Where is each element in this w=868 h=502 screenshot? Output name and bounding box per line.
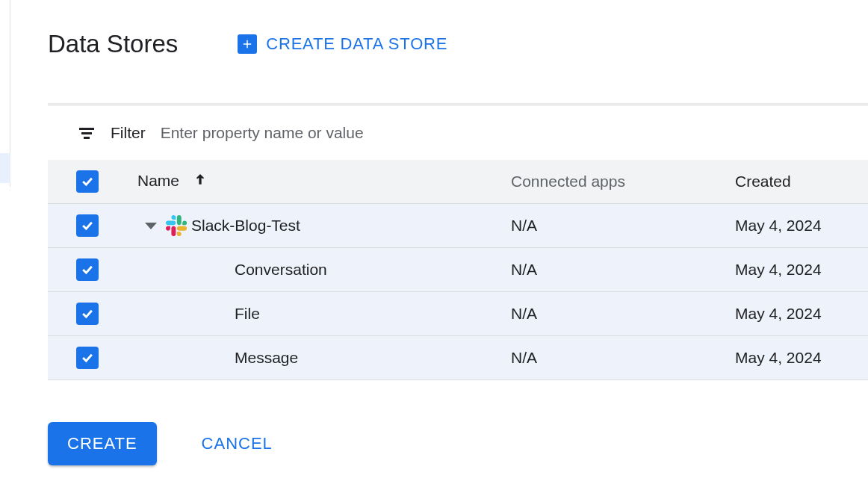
table-row[interactable]: Slack-Blog-TestN/AMay 4, 2024	[48, 204, 868, 248]
row-checkbox[interactable]	[76, 258, 99, 281]
page-header: Data Stores CREATE DATA STORE	[48, 30, 868, 58]
row-connected-apps: N/A	[511, 248, 735, 292]
filter-icon	[78, 124, 96, 142]
row-created: May 4, 2024	[735, 204, 868, 248]
column-header-connected-apps[interactable]: Connected apps	[511, 160, 735, 204]
plus-icon	[238, 34, 257, 54]
column-header-name[interactable]: Name	[137, 160, 511, 204]
row-connected-apps: N/A	[511, 204, 735, 248]
table-row[interactable]: MessageN/AMay 4, 2024	[48, 336, 868, 380]
row-name: File	[235, 305, 260, 323]
create-data-store-button[interactable]: CREATE DATA STORE	[238, 34, 447, 54]
row-created: May 4, 2024	[735, 336, 868, 380]
create-button[interactable]: CREATE	[48, 422, 157, 465]
select-all-checkbox[interactable]	[76, 170, 99, 193]
left-nav-highlight	[0, 153, 10, 183]
row-connected-apps: N/A	[511, 336, 735, 380]
row-checkbox[interactable]	[76, 347, 99, 369]
row-created: May 4, 2024	[735, 292, 868, 336]
row-created: May 4, 2024	[735, 248, 868, 292]
cancel-button[interactable]: CANCEL	[202, 434, 273, 453]
row-name: Slack-Blog-Test	[191, 217, 300, 235]
table-row[interactable]: ConversationN/AMay 4, 2024	[48, 248, 868, 292]
row-name: Message	[235, 349, 298, 367]
table-header-row: Name Connected apps Created	[48, 160, 868, 204]
expand-arrow-icon[interactable]	[145, 223, 157, 229]
divider	[48, 103, 868, 106]
page-title: Data Stores	[48, 30, 178, 58]
filter-bar: Filter	[48, 124, 868, 160]
slack-icon	[166, 215, 187, 236]
row-checkbox[interactable]	[76, 303, 99, 325]
filter-input[interactable]	[161, 124, 459, 142]
data-stores-table: Name Connected apps Created Slack-Blog-T…	[48, 160, 868, 380]
column-header-created[interactable]: Created	[735, 160, 868, 204]
row-checkbox[interactable]	[76, 214, 99, 237]
filter-label: Filter	[111, 124, 146, 142]
footer-actions: CREATE CANCEL	[48, 422, 868, 465]
row-connected-apps: N/A	[511, 292, 735, 336]
sort-arrow-up-icon	[193, 172, 208, 191]
table-row[interactable]: FileN/AMay 4, 2024	[48, 292, 868, 336]
row-name: Conversation	[235, 261, 327, 279]
create-data-store-label: CREATE DATA STORE	[266, 34, 447, 54]
